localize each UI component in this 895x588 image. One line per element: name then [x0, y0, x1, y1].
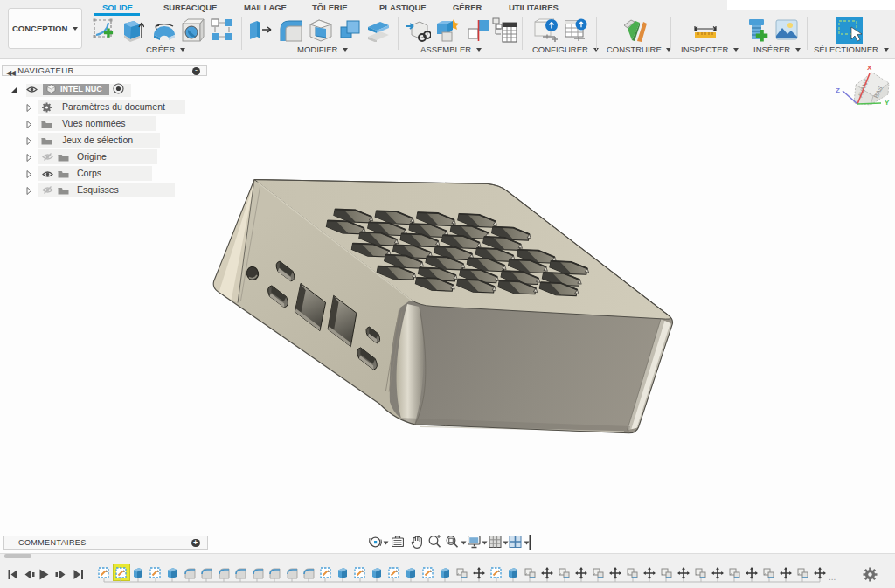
svg-text:X: X — [867, 64, 872, 72]
svg-text:Y: Y — [885, 99, 890, 107]
svg-text:Z: Z — [836, 86, 840, 94]
